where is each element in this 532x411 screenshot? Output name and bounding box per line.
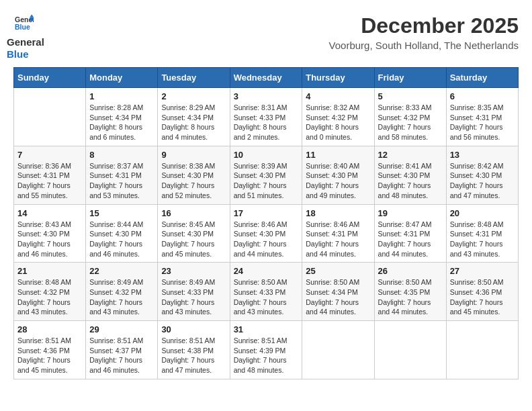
day-cell: 4Sunrise: 8:32 AM Sunset: 4:32 PM Daylig… xyxy=(302,88,374,146)
day-info: Sunrise: 8:50 AM Sunset: 4:34 PM Dayligh… xyxy=(306,277,370,317)
weekday-header-wednesday: Wednesday xyxy=(230,68,302,88)
page-header: General Blue General Blue December 2025 … xyxy=(13,13,519,60)
day-cell: 3Sunrise: 8:31 AM Sunset: 4:33 PM Daylig… xyxy=(230,88,302,146)
day-number: 24 xyxy=(234,266,299,276)
svg-marker-3 xyxy=(30,17,34,21)
day-number: 14 xyxy=(17,208,82,218)
day-cell: 21Sunrise: 8:48 AM Sunset: 4:32 PM Dayli… xyxy=(14,263,86,321)
day-number: 30 xyxy=(161,324,226,334)
day-number: 2 xyxy=(161,91,226,101)
day-info: Sunrise: 8:46 AM Sunset: 4:31 PM Dayligh… xyxy=(306,220,370,259)
day-number: 20 xyxy=(450,208,515,218)
day-cell: 2Sunrise: 8:29 AM Sunset: 4:34 PM Daylig… xyxy=(158,88,230,146)
month-year: December 2025 xyxy=(329,13,519,38)
day-info: Sunrise: 8:29 AM Sunset: 4:34 PM Dayligh… xyxy=(161,103,226,142)
day-info: Sunrise: 8:50 AM Sunset: 4:33 PM Dayligh… xyxy=(234,277,299,317)
day-cell: 6Sunrise: 8:35 AM Sunset: 4:31 PM Daylig… xyxy=(446,88,518,146)
day-cell: 30Sunrise: 8:51 AM Sunset: 4:38 PM Dayli… xyxy=(158,321,230,379)
day-info: Sunrise: 8:39 AM Sunset: 4:30 PM Dayligh… xyxy=(234,161,299,201)
day-cell: 16Sunrise: 8:45 AM Sunset: 4:30 PM Dayli… xyxy=(158,204,230,263)
weekday-header-tuesday: Tuesday xyxy=(158,68,230,88)
day-number: 8 xyxy=(89,150,154,160)
day-cell: 23Sunrise: 8:49 AM Sunset: 4:33 PM Dayli… xyxy=(158,263,230,321)
day-info: Sunrise: 8:36 AM Sunset: 4:31 PM Dayligh… xyxy=(17,161,82,201)
day-number: 22 xyxy=(89,266,154,276)
day-number: 16 xyxy=(161,208,226,218)
day-number: 31 xyxy=(234,324,299,334)
day-info: Sunrise: 8:32 AM Sunset: 4:32 PM Dayligh… xyxy=(306,103,370,142)
weekday-header-friday: Friday xyxy=(374,68,446,88)
day-cell: 18Sunrise: 8:46 AM Sunset: 4:31 PM Dayli… xyxy=(302,204,374,263)
day-number: 5 xyxy=(378,91,443,101)
day-info: Sunrise: 8:51 AM Sunset: 4:36 PM Dayligh… xyxy=(17,336,82,375)
day-number: 15 xyxy=(89,208,154,218)
day-cell: 20Sunrise: 8:48 AM Sunset: 4:31 PM Dayli… xyxy=(446,204,518,263)
day-info: Sunrise: 8:50 AM Sunset: 4:36 PM Dayligh… xyxy=(450,277,515,317)
day-number: 26 xyxy=(378,266,443,276)
day-cell: 22Sunrise: 8:49 AM Sunset: 4:32 PM Dayli… xyxy=(86,263,158,321)
day-cell xyxy=(446,321,518,379)
day-number: 6 xyxy=(450,91,515,101)
day-number: 23 xyxy=(161,266,226,276)
day-number: 4 xyxy=(306,91,370,101)
day-cell: 27Sunrise: 8:50 AM Sunset: 4:36 PM Dayli… xyxy=(446,263,518,321)
day-info: Sunrise: 8:41 AM Sunset: 4:30 PM Dayligh… xyxy=(378,161,443,201)
day-info: Sunrise: 8:49 AM Sunset: 4:32 PM Dayligh… xyxy=(89,277,154,317)
day-info: Sunrise: 8:49 AM Sunset: 4:33 PM Dayligh… xyxy=(161,277,226,317)
day-info: Sunrise: 8:46 AM Sunset: 4:30 PM Dayligh… xyxy=(234,220,299,259)
day-number: 9 xyxy=(161,150,226,160)
calendar-table: SundayMondayTuesdayWednesdayThursdayFrid… xyxy=(13,67,519,379)
weekday-header-thursday: Thursday xyxy=(302,68,374,88)
day-info: Sunrise: 8:40 AM Sunset: 4:30 PM Dayligh… xyxy=(306,161,370,201)
day-cell: 25Sunrise: 8:50 AM Sunset: 4:34 PM Dayli… xyxy=(302,263,374,321)
day-info: Sunrise: 8:42 AM Sunset: 4:30 PM Dayligh… xyxy=(450,161,515,201)
logo-icon: General Blue xyxy=(15,13,34,32)
day-info: Sunrise: 8:48 AM Sunset: 4:32 PM Dayligh… xyxy=(17,277,82,317)
day-info: Sunrise: 8:31 AM Sunset: 4:33 PM Dayligh… xyxy=(234,103,299,142)
day-number: 21 xyxy=(17,266,82,276)
location: Voorburg, South Holland, The Netherlands xyxy=(329,40,519,51)
day-cell: 11Sunrise: 8:40 AM Sunset: 4:30 PM Dayli… xyxy=(302,146,374,204)
weekday-header-saturday: Saturday xyxy=(446,68,518,88)
day-info: Sunrise: 8:43 AM Sunset: 4:30 PM Dayligh… xyxy=(17,220,82,259)
day-info: Sunrise: 8:38 AM Sunset: 4:30 PM Dayligh… xyxy=(161,161,226,201)
day-info: Sunrise: 8:51 AM Sunset: 4:38 PM Dayligh… xyxy=(161,336,226,375)
day-cell: 7Sunrise: 8:36 AM Sunset: 4:31 PM Daylig… xyxy=(14,146,86,204)
day-number: 18 xyxy=(306,208,370,218)
week-row-4: 21Sunrise: 8:48 AM Sunset: 4:32 PM Dayli… xyxy=(14,263,519,321)
day-info: Sunrise: 8:45 AM Sunset: 4:30 PM Dayligh… xyxy=(161,220,226,259)
day-cell xyxy=(374,321,446,379)
day-cell: 17Sunrise: 8:46 AM Sunset: 4:30 PM Dayli… xyxy=(230,204,302,263)
day-number: 10 xyxy=(234,150,299,160)
day-number: 28 xyxy=(17,324,82,334)
logo: General Blue General Blue xyxy=(13,13,44,60)
day-number: 11 xyxy=(306,150,370,160)
day-info: Sunrise: 8:37 AM Sunset: 4:31 PM Dayligh… xyxy=(89,161,154,201)
weekday-header-monday: Monday xyxy=(86,68,158,88)
day-cell: 5Sunrise: 8:33 AM Sunset: 4:32 PM Daylig… xyxy=(374,88,446,146)
day-info: Sunrise: 8:51 AM Sunset: 4:37 PM Dayligh… xyxy=(89,336,154,375)
day-cell: 13Sunrise: 8:42 AM Sunset: 4:30 PM Dayli… xyxy=(446,146,518,204)
day-number: 3 xyxy=(234,91,299,101)
day-cell: 19Sunrise: 8:47 AM Sunset: 4:31 PM Dayli… xyxy=(374,204,446,263)
day-number: 19 xyxy=(378,208,443,218)
day-number: 27 xyxy=(450,266,515,276)
day-info: Sunrise: 8:47 AM Sunset: 4:31 PM Dayligh… xyxy=(378,220,443,259)
week-row-2: 7Sunrise: 8:36 AM Sunset: 4:31 PM Daylig… xyxy=(14,146,519,204)
day-info: Sunrise: 8:44 AM Sunset: 4:30 PM Dayligh… xyxy=(89,220,154,259)
weekday-header-sunday: Sunday xyxy=(14,68,86,88)
week-row-5: 28Sunrise: 8:51 AM Sunset: 4:36 PM Dayli… xyxy=(14,321,519,379)
svg-text:Blue: Blue xyxy=(15,23,30,31)
day-info: Sunrise: 8:51 AM Sunset: 4:39 PM Dayligh… xyxy=(234,336,299,375)
title-block: December 2025 Voorburg, South Holland, T… xyxy=(329,13,519,51)
day-number: 12 xyxy=(378,150,443,160)
day-cell: 24Sunrise: 8:50 AM Sunset: 4:33 PM Dayli… xyxy=(230,263,302,321)
day-cell xyxy=(14,88,86,146)
day-number: 13 xyxy=(450,150,515,160)
day-info: Sunrise: 8:48 AM Sunset: 4:31 PM Dayligh… xyxy=(450,220,515,259)
day-cell: 1Sunrise: 8:28 AM Sunset: 4:34 PM Daylig… xyxy=(86,88,158,146)
day-number: 17 xyxy=(234,208,299,218)
day-cell: 10Sunrise: 8:39 AM Sunset: 4:30 PM Dayli… xyxy=(230,146,302,204)
week-row-1: 1Sunrise: 8:28 AM Sunset: 4:34 PM Daylig… xyxy=(14,88,519,146)
day-info: Sunrise: 8:28 AM Sunset: 4:34 PM Dayligh… xyxy=(89,103,154,142)
